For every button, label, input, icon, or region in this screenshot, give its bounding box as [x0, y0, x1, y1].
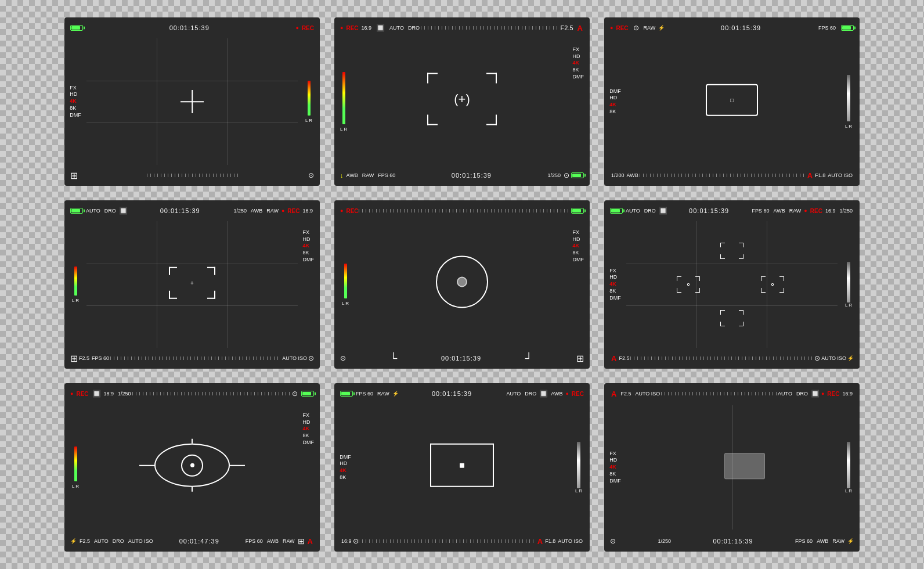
vf4-brackets: +	[169, 267, 215, 299]
vf9-top-bar: A F2.5 AUTO ISO AUTO DRO 🔲 ● REC 16:9	[604, 383, 860, 404]
vf6-right-bar: L R	[838, 221, 860, 348]
viewfinder-1: 00:01:15:39 ● REC FX HD 4K 8K DMF L R	[64, 17, 320, 186]
vf2-quality: FX HD 4K 8K DMF	[573, 46, 584, 80]
viewfinder-2: ● REC 16:9 🔲 AUTO DRO F2.5 A L R FX HD 4…	[334, 17, 590, 186]
vf3-focus-rect: □	[706, 84, 758, 116]
vf6-bottom-bar: A F2.5 ⊙ AUTO ISO ⚡	[604, 348, 860, 369]
vf3-bottom-bar: 1/200 AWB A F1.8 AUTO ISO	[604, 165, 860, 186]
vf4-top-bar: AUTO DRO 🔲 00:01:15:39 1/250 AWB RAW ● R…	[64, 200, 320, 221]
vf5-quality: FX HD 4K 8K DMF	[573, 229, 584, 263]
vf3-right-bar: L R	[838, 38, 860, 165]
vf9-right-bar: L R	[838, 404, 860, 531]
vf5-circle	[436, 256, 488, 308]
vf2-bottom-bar: ↓ AWB RAW FPS 60 00:01:15:39 1/250 ⊙	[334, 165, 590, 186]
vf9-left-bar: FX HD 4K 8K DMF	[604, 404, 626, 531]
vf1-left-bar: FX HD 4K 8K DMF	[64, 38, 86, 165]
viewfinder-5: ● REC L R FX HD 4K 8K DMF	[334, 200, 590, 369]
vf5-bottom-bar: ⊙ └ 00:01:15:39 ┘ ⊞	[334, 348, 590, 369]
vf1-rec: REC	[302, 25, 314, 31]
vf9-vline	[732, 405, 732, 530]
vf6-left-bar: FX HD 4K 8K DMF	[604, 221, 626, 348]
vf3-top-bar: ● REC ⊙ RAW ⚡ 00:01:15:39 FPS 60	[604, 17, 860, 38]
vf4-bottom-bar: ⊞ F2.5 FPS 60 AUTO ISO ⊙	[64, 348, 320, 369]
viewfinder-grid: 00:01:15:39 ● REC FX HD 4K 8K DMF L R	[53, 6, 871, 563]
vf2-focus-brackets: (+)	[427, 73, 497, 125]
viewfinder-8: FPS 60 RAW ⚡ 00:01:15:39 AUTO DRO 🔲 AWB …	[334, 383, 590, 552]
vf9-rect	[724, 453, 765, 479]
viewfinder-6: AUTO DRO 🔲 00:01:15:39 FPS 60 AWB RAW ● …	[604, 200, 860, 369]
vf4-left-bar: L R	[64, 221, 86, 348]
vf7-bottom-bar: ⚡ F2.5 AUTO DRO AUTO ISO 00:01:47:39 FPS…	[64, 531, 320, 552]
vf5-top-bar: ● REC	[334, 200, 590, 221]
vf6-top-bar: AUTO DRO 🔲 00:01:15:39 FPS 60 AWB RAW ● …	[604, 200, 860, 221]
vf1-timecode: 00:01:15:39	[169, 24, 210, 31]
vf9-bottom-bar: ⊙ 1/250 00:01:15:39 FPS 60 AWB RAW ⚡	[604, 531, 860, 552]
vf8-left-bar: DMF HD 4K 8K	[334, 404, 356, 531]
vf1-right-bar: L R	[298, 38, 320, 165]
viewfinder-9: A F2.5 AUTO ISO AUTO DRO 🔲 ● REC 16:9 FX…	[604, 383, 860, 552]
vf2-top-bar: ● REC 16:9 🔲 AUTO DRO F2.5 A	[334, 17, 590, 38]
vf7-quality: FX HD 4K 8K DMF	[303, 412, 315, 446]
vf5-left-bar: L R	[334, 221, 356, 348]
vf1-crosshair	[181, 90, 204, 113]
viewfinder-4: AUTO DRO 🔲 00:01:15:39 1/250 AWB RAW ● R…	[64, 200, 320, 369]
vf7-left-bar: L R	[64, 404, 86, 531]
vf8-bottom-bar: 16:9 ⊙ A F1.8 AUTO ISO	[334, 531, 590, 552]
vf8-right-bar: L R	[568, 404, 590, 531]
vf1-bottom-bar: ⊞ ⊙	[64, 165, 320, 186]
vf1-top-bar: 00:01:15:39 ● REC	[64, 17, 320, 38]
viewfinder-7: ● REC 🔲 18:9 1/250 ⊙ L R FX HD 4K	[64, 383, 320, 552]
viewfinder-3: ● REC ⊙ RAW ⚡ 00:01:15:39 FPS 60 DMF HD …	[604, 17, 860, 186]
vf2-left-meter: L R	[340, 41, 347, 163]
vf7-lens	[139, 444, 245, 487]
vf4-quality: FX HD 4K 8K DMF	[303, 229, 315, 263]
vf7-top-bar: ● REC 🔲 18:9 1/250 ⊙	[64, 383, 320, 404]
vf1-battery	[70, 25, 83, 31]
vf8-focus-rect	[430, 444, 494, 487]
vf6-bracket-mid-left	[677, 276, 700, 293]
vf6-bracket-mid-right	[761, 276, 784, 293]
vf8-top-bar: FPS 60 RAW ⚡ 00:01:15:39 AUTO DRO 🔲 AWB …	[334, 383, 590, 404]
vf3-left-bar: DMF HD 4K 8K	[604, 38, 626, 165]
vf6-bracket-bot	[720, 310, 743, 326]
vf6-bracket-top	[720, 243, 743, 259]
